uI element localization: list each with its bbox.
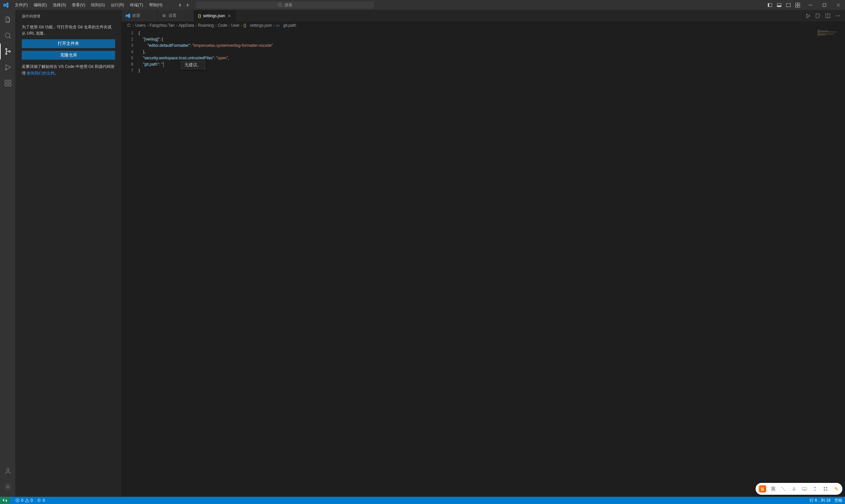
crumb-file[interactable]: {} settings.json [243,23,272,28]
sidebar-docs-link[interactable]: 参阅我们的文档 [27,71,54,75]
tab-settings-json[interactable]: {} settings.json [194,10,236,21]
crumb-appdata[interactable]: AppData [178,23,194,28]
maximize-icon[interactable] [817,0,831,10]
svg-rect-25 [8,80,11,83]
menu-selection[interactable]: 选择(S) [50,1,69,9]
activity-settings-gear-icon[interactable] [0,479,16,495]
remote-indicator[interactable] [0,497,10,504]
code-editor[interactable]: 1234567 { "[verilog]": { "editor.default… [121,29,845,497]
ime-emoji-icon[interactable] [812,486,818,492]
svg-point-37 [838,15,838,16]
app-logo-icon [0,2,12,8]
menu-file[interactable]: 文件(F) [12,1,30,9]
nav-back-icon[interactable] [177,3,183,7]
svg-rect-23 [5,84,7,86]
title-bar: 文件(F) 编辑(E) 选择(S) 查看(V) 转到(G) 运行(R) 终端(T… [0,0,845,10]
search-placeholder: 搜索 [284,2,292,8]
activity-source-control-icon[interactable] [0,43,16,59]
editor-actions [806,10,845,21]
ime-grid-icon[interactable] [823,486,828,492]
more-actions-icon[interactable] [835,13,840,18]
ime-voice-icon[interactable] [791,486,797,492]
menu-go[interactable]: 转到(G) [88,1,107,9]
sidebar-title: 源代码管理 [16,10,121,21]
ime-toolbar[interactable]: S 英 ✎ [756,483,842,495]
svg-point-29 [165,15,165,16]
split-editor-icon[interactable] [825,13,830,18]
crumb-drive[interactable]: C: [127,23,131,28]
menu-terminal[interactable]: 终端(T) [127,1,145,9]
line-3-key: "editor.defaultFormatter" [148,43,190,48]
svg-rect-58 [826,489,828,491]
svg-point-36 [836,15,837,16]
svg-point-30 [163,16,164,17]
svg-rect-49 [793,487,794,489]
svg-rect-24 [8,84,11,86]
svg-line-1 [281,6,282,7]
svg-rect-56 [826,487,828,488]
crumb-user[interactable]: Fangzhou Tan [150,23,175,28]
svg-rect-11 [798,5,800,7]
code-content[interactable]: { "[verilog]": { "editor.defaultFormatte… [139,29,845,497]
ime-keyboard-icon[interactable] [801,486,807,492]
run-file-icon[interactable] [806,13,811,18]
status-indentation[interactable]: 空格 [834,498,842,503]
suggest-widget[interactable]: 无建议。 [181,61,205,69]
ime-lang[interactable]: 英 [771,486,776,492]
activity-explorer-icon[interactable] [0,12,16,28]
nav-forward-icon[interactable] [185,3,190,7]
activity-account-icon[interactable] [0,463,16,479]
crumb-symbol[interactable]: ▭ git.path [276,23,296,28]
line-5-key: "security.workspace.trust.untrustedFiles… [143,56,214,60]
menu-view[interactable]: 查看(V) [69,1,88,9]
toggle-secondary-sidebar-icon[interactable] [784,1,792,9]
svg-point-28 [163,14,163,15]
close-icon[interactable] [831,0,845,10]
open-folder-button[interactable]: 打开文件夹 [22,39,115,48]
ime-more-icon[interactable] [780,486,786,492]
svg-point-38 [839,15,840,16]
window-controls [804,0,845,10]
line-2-rest: : { [160,37,163,41]
customize-layout-icon[interactable] [794,1,801,9]
breadcrumbs[interactable]: C:› Users› Fangzhou Tan› AppData› Roamin… [121,21,845,29]
activity-search-icon[interactable] [0,28,16,43]
crumb-roaming[interactable]: Roaming [198,23,214,28]
ime-logo-icon[interactable]: S [759,485,766,492]
svg-line-17 [9,37,11,39]
tab-welcome[interactable]: 欢迎 [121,10,158,21]
toggle-primary-sidebar-icon[interactable] [766,1,774,9]
menu-help[interactable]: 帮助(H) [146,1,165,9]
tab-close-icon[interactable] [227,14,231,18]
activity-extensions-icon[interactable] [0,75,16,91]
svg-rect-9 [798,3,800,5]
status-error-count: 0 [21,498,23,503]
ime-skin-icon[interactable]: ✎ [833,486,839,492]
tab-settings[interactable]: 设置 [158,10,194,21]
minimize-icon[interactable] [804,0,817,10]
open-changes-icon[interactable] [815,13,821,18]
command-center-search[interactable]: 搜索 [196,1,374,8]
svg-rect-3 [768,3,769,6]
menu-bar: 文件(F) 编辑(E) 选择(S) 查看(V) 转到(G) 运行(R) 终端(T… [12,1,165,9]
sidebar-help-suffix: 。 [54,71,58,75]
menu-run[interactable]: 运行(R) [108,1,127,9]
tab-file-label: settings.json [203,14,225,18]
svg-point-20 [8,51,10,52]
minimap[interactable] [816,29,845,497]
tab-welcome-label: 欢迎 [132,13,140,18]
crumb-users[interactable]: Users [135,23,145,28]
status-problems[interactable]: 0 0 [15,498,33,503]
status-cursor-position[interactable]: 行 6，列 19 [810,498,830,503]
svg-point-0 [278,3,281,6]
svg-rect-8 [795,3,797,5]
menu-edit[interactable]: 编辑(E) [31,1,50,9]
toggle-panel-icon[interactable] [775,1,783,9]
clone-repo-button[interactable]: 克隆仓库 [22,51,115,60]
activity-run-debug-icon[interactable] [0,59,16,75]
line-1: { [139,31,140,35]
crumb-userdir[interactable]: User [231,23,240,28]
crumb-code[interactable]: Code [218,23,227,28]
nav-buttons [177,3,190,7]
status-ports[interactable]: 0 [37,498,45,503]
